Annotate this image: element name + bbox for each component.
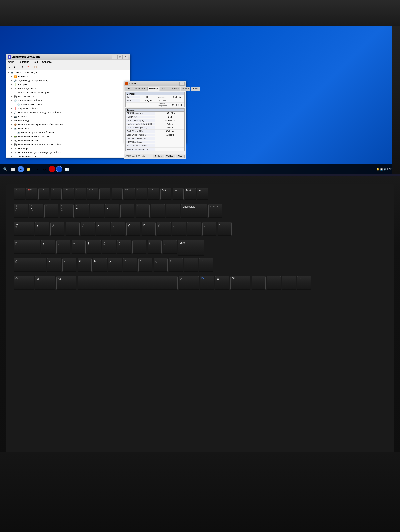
key-g[interactable]: J О xyxy=(102,240,116,254)
key-pgup-bottom[interactable]: ↑рд xyxy=(297,276,311,290)
tree-display[interactable]: ▼ 🖥 Видеоадаптеры xyxy=(6,87,130,91)
tree-root[interactable]: ▼ 💻 DESKTOP-FLISRQ5 xyxy=(6,71,130,75)
tree-usb[interactable]: ► 🔌 Контроллеры USB xyxy=(6,139,130,143)
tree-print-queues[interactable]: ► 🖨 Очереди печати xyxy=(6,155,130,157)
key-s[interactable]: F А xyxy=(56,240,70,254)
key-fn-f12[interactable]: F12 xyxy=(148,188,159,200)
key-prtsc[interactable]: PrtSc xyxy=(160,188,171,200)
key-ctrl-left[interactable]: Ctrl xyxy=(14,276,34,290)
key-f[interactable]: H Р xyxy=(87,240,101,254)
key-capslock[interactable]: S Ы xyxy=(14,240,40,254)
key-o[interactable]: 3 с xyxy=(157,222,171,236)
key-6[interactable]: * 8 xyxy=(105,204,119,218)
key-fn-f8[interactable]: F8 xyxy=(99,188,110,200)
taskbar-app-icon[interactable]: 📊 xyxy=(63,166,70,173)
expand-cameras[interactable]: ► xyxy=(10,115,13,118)
key-win-left[interactable]: ⊞ xyxy=(35,276,55,290)
key-insert[interactable]: Insert xyxy=(173,188,184,200)
key-fn-f2[interactable]: 🔇 F2 xyxy=(26,188,37,200)
tree-storage-ctrl[interactable]: ► 💾 Контроллеры запоминающих устройств xyxy=(6,143,130,147)
key-fn-bottom[interactable]: Fn xyxy=(200,276,214,290)
key-equals[interactable]: + = xyxy=(166,204,180,218)
taskbar-settings-icon[interactable]: ⚙ xyxy=(41,166,48,173)
taskbar-explorer-icon[interactable]: 📁 xyxy=(25,166,32,173)
cpuz-close[interactable]: ✕ xyxy=(179,82,184,86)
tree-amd-radeon[interactable]: 🖥 AMD Radeon(TM) Graphics xyxy=(6,91,130,95)
toolbar-properties[interactable]: 📋 xyxy=(33,65,38,69)
key-arrow-down[interactable]: ↓ xyxy=(267,276,281,290)
tab-bench[interactable]: Bench xyxy=(181,87,190,91)
key-w[interactable]: R К xyxy=(51,222,64,236)
key-3[interactable]: % 5 % xyxy=(60,204,74,218)
key-1[interactable]: # 3 № xyxy=(29,204,43,218)
key-arrow-right[interactable]: → xyxy=(282,276,296,290)
key-enter[interactable]: Enter xyxy=(178,240,204,256)
expand-audio[interactable]: ► xyxy=(10,79,13,82)
taskbar-red-icon[interactable] xyxy=(49,166,55,172)
key-fn-f5[interactable]: ✈ F5 xyxy=(63,188,74,200)
key-c[interactable]: B И xyxy=(78,258,92,272)
key-lbracket[interactable]: } ъ xyxy=(187,222,201,236)
key-z[interactable]: C С xyxy=(47,258,61,272)
taskbar-folder-icon[interactable]: 🗂 xyxy=(33,166,40,173)
menu-help[interactable]: Справка xyxy=(41,60,53,64)
close-button[interactable]: ✕ xyxy=(123,55,128,59)
expand-display[interactable]: ▼ xyxy=(10,87,13,90)
tree-keyboards[interactable]: ► ⌨ Клавиатуры xyxy=(6,119,130,123)
cpuz-validate-button[interactable]: Validate xyxy=(165,155,175,158)
tab-spd[interactable]: SPD xyxy=(160,87,168,91)
key-v[interactable]: N Т xyxy=(93,258,107,272)
expand-firmware[interactable]: ► xyxy=(10,95,13,98)
expand-computer[interactable]: ▼ xyxy=(10,127,13,130)
menu-view[interactable]: Вид xyxy=(32,60,39,64)
tree-firmware[interactable]: ► 💾 Встроенное ПО xyxy=(6,95,130,99)
maximize-button[interactable]: □ xyxy=(117,55,123,59)
key-5[interactable]: & 7 ? xyxy=(90,204,104,218)
key-d[interactable]: G П xyxy=(72,240,86,254)
key-y[interactable]: I Ш xyxy=(111,222,125,236)
key-alt-left[interactable]: Alt xyxy=(56,276,76,290)
tab-graphics[interactable]: Graphics xyxy=(168,87,180,91)
key-n[interactable]: < Б xyxy=(123,258,137,272)
tab-memory[interactable]: Memory xyxy=(147,87,159,91)
tab-cpu[interactable]: CPU xyxy=(125,87,133,91)
key-fn-f4[interactable]: F4 xyxy=(51,188,62,200)
tree-acpi[interactable]: 💻 Компьютер с ACPI на базе x64 xyxy=(6,131,130,135)
tree-hdd[interactable]: 💿 ST500LM030-1RK17D xyxy=(6,103,130,107)
key-l[interactable]: " Э xyxy=(163,240,177,254)
expand-ide[interactable]: ► xyxy=(10,135,13,138)
expand-keyboards[interactable]: ► xyxy=(10,119,13,122)
key-backslash[interactable]: / xyxy=(218,222,232,236)
key-media-play[interactable]: ►/II xyxy=(197,188,208,200)
key-7[interactable]: ( 9 xyxy=(121,204,134,218)
tree-cameras[interactable]: ► 📷 Камеры xyxy=(6,114,130,119)
device-manager-tree[interactable]: ▼ 💻 DESKTOP-FLISRQ5 ► 📶 Bluetooth ► 🔊 Ау… xyxy=(6,70,130,157)
key-fn-f10[interactable]: F10 xyxy=(124,188,135,200)
cpuz-tools-button[interactable]: Tools ▼ xyxy=(153,155,164,158)
key-fn-f6[interactable]: F6 xyxy=(75,188,86,200)
key-arrow-left[interactable]: ← xyxy=(252,276,266,290)
key-fn-f11[interactable]: F11 xyxy=(136,188,147,200)
key-e[interactable]: T Е xyxy=(66,222,80,236)
tree-audio[interactable]: ► 🔊 Аудиовходы и аудиовыходы xyxy=(6,79,130,82)
expand-monitors[interactable]: ► xyxy=(10,147,13,150)
key-4[interactable]: ^ 6 xyxy=(75,204,89,218)
key-delete[interactable]: Delete xyxy=(185,188,196,200)
key-b[interactable]: M Ь xyxy=(108,258,122,272)
key-arrow-pgdn[interactable]: ↑рд xyxy=(199,258,213,272)
tree-other[interactable]: ► ❓ Другие устройства xyxy=(6,107,130,111)
expand-disks[interactable]: ▼ xyxy=(10,99,13,102)
toolbar-back[interactable]: ◄ xyxy=(7,65,12,69)
toolbar-forward[interactable]: ► xyxy=(13,65,17,69)
expand-sound[interactable]: ► xyxy=(10,111,13,114)
tree-software[interactable]: ► 📦 Компоненты программного обеспечения xyxy=(6,123,130,127)
key-h[interactable]: K Л xyxy=(117,240,131,254)
tab-about[interactable]: About xyxy=(190,87,200,91)
key-tab[interactable]: W Ц xyxy=(14,222,34,236)
menu-file[interactable]: Файл xyxy=(7,60,15,64)
tree-computer[interactable]: ▼ 💻 Компьютер xyxy=(6,127,130,131)
key-r[interactable]: Y Н xyxy=(81,222,95,236)
key-period[interactable]: / xyxy=(169,258,183,272)
expand-mice[interactable]: ► xyxy=(10,151,13,154)
key-x[interactable]: V М xyxy=(62,258,76,272)
